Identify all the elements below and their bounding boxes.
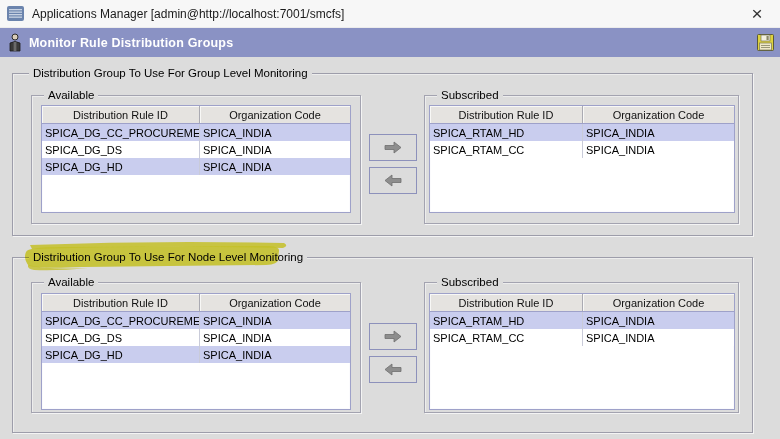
subscribed-label: Subscribed — [437, 275, 503, 290]
available-label: Available — [44, 275, 98, 290]
cell-rule-id[interactable]: SPICA_DG_DS — [42, 329, 200, 346]
available-table[interactable]: Distribution Rule ID Organization Code S… — [41, 105, 351, 213]
table-header: Distribution Rule ID Organization Code — [430, 294, 734, 312]
move-left-button[interactable] — [369, 356, 417, 383]
column-header-rule-id[interactable]: Distribution Rule ID — [430, 106, 583, 123]
cell-rule-id[interactable]: SPICA_RTAM_CC — [430, 329, 583, 346]
subscribed-table[interactable]: Distribution Rule ID Organization Code S… — [429, 105, 735, 213]
table-row[interactable]: SPICA_RTAM_HD SPICA_INDIA — [430, 124, 734, 141]
table-row[interactable]: SPICA_RTAM_CC SPICA_INDIA — [430, 141, 734, 158]
table-row[interactable]: SPICA_RTAM_HD SPICA_INDIA — [430, 312, 734, 329]
column-header-org-code[interactable]: Organization Code — [583, 294, 734, 311]
cell-org-code[interactable]: SPICA_INDIA — [200, 124, 350, 141]
table-row[interactable]: SPICA_DG_CC_PROCUREME... SPICA_INDIA — [42, 312, 350, 329]
arrow-right-icon — [383, 141, 403, 154]
cell-org-code[interactable]: SPICA_INDIA — [200, 141, 350, 158]
arrow-left-icon — [383, 363, 403, 376]
cell-rule-id[interactable]: SPICA_DG_HD — [42, 346, 200, 363]
save-icon[interactable] — [757, 34, 774, 51]
subscribed-groupbox: Subscribed Distribution Rule ID Organiza… — [424, 95, 739, 224]
arrow-right-icon — [383, 330, 403, 343]
column-header-rule-id[interactable]: Distribution Rule ID — [42, 294, 200, 311]
available-table[interactable]: Distribution Rule ID Organization Code S… — [41, 293, 351, 410]
subscribed-groupbox: Subscribed Distribution Rule ID Organiza… — [424, 282, 739, 413]
available-groupbox: Available Distribution Rule ID Organizat… — [31, 95, 361, 224]
app-header: Monitor Rule Distribution Groups — [0, 28, 780, 57]
column-header-org-code[interactable]: Organization Code — [200, 106, 350, 123]
cell-org-code[interactable]: SPICA_INDIA — [200, 158, 350, 175]
node-level-monitoring-title: Distribution Group To Use For Node Level… — [29, 250, 307, 265]
applications-manager-window: Applications Manager [admin@http://local… — [0, 0, 780, 439]
cell-rule-id[interactable]: SPICA_RTAM_HD — [430, 312, 583, 329]
cell-rule-id[interactable]: SPICA_DG_CC_PROCUREME... — [42, 124, 200, 141]
page-title: Monitor Rule Distribution Groups — [29, 36, 233, 50]
cell-org-code[interactable]: SPICA_INDIA — [583, 312, 734, 329]
move-right-button[interactable] — [369, 323, 417, 350]
group-level-monitoring-title: Distribution Group To Use For Group Leve… — [29, 66, 312, 81]
arrow-left-icon — [383, 174, 403, 187]
column-header-org-code[interactable]: Organization Code — [583, 106, 734, 123]
cell-rule-id[interactable]: SPICA_DG_DS — [42, 141, 200, 158]
cell-org-code[interactable]: SPICA_INDIA — [200, 312, 350, 329]
available-label: Available — [44, 88, 98, 103]
cell-org-code[interactable]: SPICA_INDIA — [583, 329, 734, 346]
table-row[interactable]: SPICA_DG_DS SPICA_INDIA — [42, 141, 350, 158]
node-level-monitoring-groupbox: Distribution Group To Use For Node Level… — [12, 257, 753, 433]
column-header-org-code[interactable]: Organization Code — [200, 294, 350, 311]
cell-rule-id[interactable]: SPICA_DG_HD — [42, 158, 200, 175]
table-header: Distribution Rule ID Organization Code — [430, 106, 734, 124]
close-icon[interactable]: × — [742, 0, 772, 27]
person-icon — [8, 33, 22, 52]
table-row[interactable]: SPICA_RTAM_CC SPICA_INDIA — [430, 329, 734, 346]
move-right-button[interactable] — [369, 134, 417, 161]
cell-org-code[interactable]: SPICA_INDIA — [583, 124, 734, 141]
table-row[interactable]: SPICA_DG_HD SPICA_INDIA — [42, 158, 350, 175]
table-header: Distribution Rule ID Organization Code — [42, 106, 350, 124]
cell-rule-id[interactable]: SPICA_RTAM_CC — [430, 141, 583, 158]
table-header: Distribution Rule ID Organization Code — [42, 294, 350, 312]
ibm-app-icon — [7, 6, 24, 21]
subscribed-label: Subscribed — [437, 88, 503, 103]
available-groupbox: Available Distribution Rule ID Organizat… — [31, 282, 361, 413]
cell-rule-id[interactable]: SPICA_DG_CC_PROCUREME... — [42, 312, 200, 329]
move-left-button[interactable] — [369, 167, 417, 194]
column-header-rule-id[interactable]: Distribution Rule ID — [430, 294, 583, 311]
table-row[interactable]: SPICA_DG_CC_PROCUREME... SPICA_INDIA — [42, 124, 350, 141]
cell-org-code[interactable]: SPICA_INDIA — [583, 141, 734, 158]
table-row[interactable]: SPICA_DG_DS SPICA_INDIA — [42, 329, 350, 346]
window-title: Applications Manager [admin@http://local… — [32, 7, 344, 21]
group-level-monitoring-groupbox: Distribution Group To Use For Group Leve… — [12, 73, 753, 236]
column-header-rule-id[interactable]: Distribution Rule ID — [42, 106, 200, 123]
cell-org-code[interactable]: SPICA_INDIA — [200, 329, 350, 346]
subscribed-table[interactable]: Distribution Rule ID Organization Code S… — [429, 293, 735, 410]
cell-rule-id[interactable]: SPICA_RTAM_HD — [430, 124, 583, 141]
window-titlebar: Applications Manager [admin@http://local… — [0, 0, 780, 28]
table-row[interactable]: SPICA_DG_HD SPICA_INDIA — [42, 346, 350, 363]
cell-org-code[interactable]: SPICA_INDIA — [200, 346, 350, 363]
